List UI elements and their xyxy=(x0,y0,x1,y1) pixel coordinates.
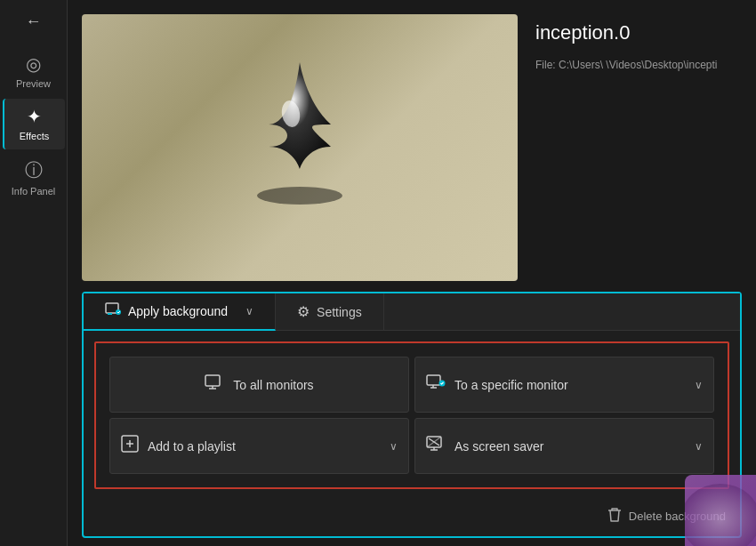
delete-section[interactable]: Delete background xyxy=(84,500,740,536)
preview-section: inception.0 File: C:\Users\ \Videos\Desk… xyxy=(68,0,756,292)
video-info: inception.0 File: C:\Users\ \Videos\Desk… xyxy=(535,14,742,71)
bottom-panel: Apply background ∨ ⚙ Settings To all mon… xyxy=(82,292,742,538)
svg-point-3 xyxy=(116,309,121,315)
specific-monitor-chevron: ∨ xyxy=(695,379,703,391)
settings-tab-label: Settings xyxy=(317,305,362,319)
add-playlist-button[interactable]: Add to a playlist ∨ xyxy=(109,418,409,474)
main-content: inception.0 File: C:\Users\ \Videos\Desk… xyxy=(68,0,756,546)
video-file-path: File: C:\Users\ \Videos\Desktop\incepti xyxy=(535,59,742,71)
sidebar-label-info: Info Panel xyxy=(12,186,56,197)
panel-tabs: Apply background ∨ ⚙ Settings xyxy=(84,293,740,331)
specific-monitor-label: To a specific monitor xyxy=(454,378,568,392)
all-monitors-button[interactable]: To all monitors xyxy=(109,357,409,413)
sidebar-label-preview: Preview xyxy=(16,78,51,90)
svg-point-19 xyxy=(685,484,756,546)
back-button[interactable]: ← xyxy=(16,7,52,36)
sidebar-item-effects[interactable]: ✦ Effects xyxy=(3,99,65,149)
svg-rect-4 xyxy=(205,375,220,386)
settings-tab-icon: ⚙ xyxy=(297,303,310,320)
specific-monitor-button[interactable]: To a specific monitor ∨ xyxy=(414,357,714,413)
screen-saver-chevron: ∨ xyxy=(695,440,703,453)
corner-decoration xyxy=(685,475,756,546)
add-playlist-label: Add to a playlist xyxy=(148,439,236,454)
screen-saver-label: As screen saver xyxy=(454,439,543,454)
sidebar-item-preview[interactable]: ◎ Preview xyxy=(3,46,65,97)
delete-icon xyxy=(607,507,622,526)
monitor-specific-icon xyxy=(426,374,446,395)
svg-point-0 xyxy=(257,187,342,205)
actions-grid: To all monitors To a specific monitor ∨ xyxy=(94,341,729,489)
effects-icon: ✦ xyxy=(27,106,42,127)
video-title: inception.0 xyxy=(535,21,742,44)
svg-rect-7 xyxy=(427,375,440,385)
apply-bg-chevron: ∨ xyxy=(245,305,253,317)
screen-saver-icon xyxy=(426,436,446,456)
star-graphic xyxy=(242,62,358,205)
apply-bg-tab-icon xyxy=(105,302,121,320)
apply-background-tab-label: Apply background xyxy=(128,304,228,318)
sidebar-item-info-panel[interactable]: ⓘ Info Panel xyxy=(3,151,65,205)
video-thumbnail xyxy=(82,14,518,281)
preview-icon: ◎ xyxy=(26,53,41,75)
all-monitors-label: To all monitors xyxy=(233,378,313,392)
tab-apply-background[interactable]: Apply background ∨ xyxy=(84,293,276,331)
back-icon: ← xyxy=(26,12,42,31)
tab-settings[interactable]: ⚙ Settings xyxy=(276,293,384,330)
add-playlist-icon xyxy=(121,435,139,457)
sidebar: ← ◎ Preview ✦ Effects ⓘ Info Panel xyxy=(0,0,68,546)
sidebar-label-effects: Effects xyxy=(20,131,49,142)
info-icon: ⓘ xyxy=(25,158,43,182)
add-playlist-chevron: ∨ xyxy=(390,440,398,453)
monitor-all-icon xyxy=(205,374,224,395)
screen-saver-button[interactable]: As screen saver ∨ xyxy=(414,418,714,474)
